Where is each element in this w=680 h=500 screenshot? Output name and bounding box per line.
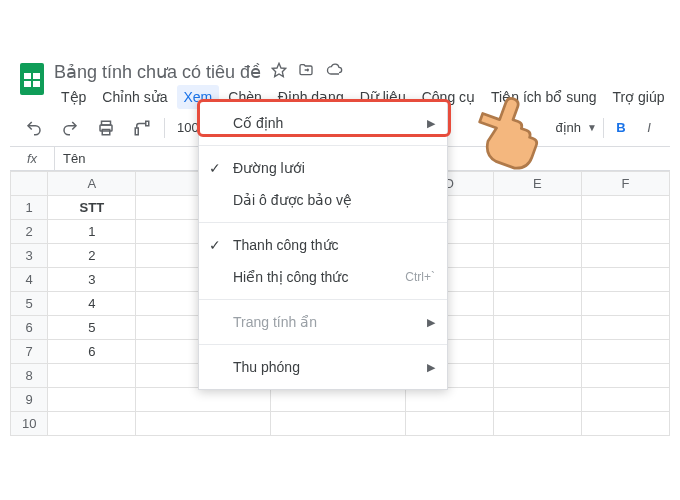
cell[interactable] (405, 412, 493, 436)
cell[interactable] (136, 388, 271, 412)
toolbar-separator (603, 118, 604, 138)
cell[interactable] (581, 388, 669, 412)
sheets-logo-icon (18, 61, 46, 97)
column-header-E[interactable]: E (493, 172, 581, 196)
print-button[interactable] (92, 114, 120, 142)
row-header[interactable]: 4 (11, 268, 48, 292)
pointing-hand-icon (470, 85, 560, 175)
cell[interactable] (493, 316, 581, 340)
cell[interactable] (581, 196, 669, 220)
cell[interactable] (493, 292, 581, 316)
row-header[interactable]: 9 (11, 388, 48, 412)
column-header-A[interactable]: A (48, 172, 136, 196)
svg-rect-8 (135, 128, 138, 135)
check-icon: ✓ (209, 160, 221, 176)
toolbar-separator (164, 118, 165, 138)
menu-shortcut: Ctrl+` (405, 270, 435, 284)
cell[interactable] (48, 412, 136, 436)
cell[interactable]: 5 (48, 316, 136, 340)
cell[interactable] (581, 292, 669, 316)
cell[interactable] (581, 244, 669, 268)
menu-item-label: Cố định (233, 115, 283, 131)
menu-help[interactable]: Trợ giúp (606, 85, 672, 109)
paint-format-button[interactable] (128, 114, 156, 142)
cell[interactable]: 1 (48, 220, 136, 244)
cell[interactable] (493, 364, 581, 388)
menu-item-label: Đường lưới (233, 160, 305, 176)
menu-separator (199, 222, 447, 223)
menu-item-label: Thu phóng (233, 359, 300, 375)
cell[interactable] (581, 340, 669, 364)
menu-file[interactable]: Tệp (54, 85, 93, 109)
cell[interactable] (581, 220, 669, 244)
cell[interactable] (493, 220, 581, 244)
dropdown-caret-icon[interactable]: ▼ (587, 122, 597, 133)
redo-button[interactable] (56, 114, 84, 142)
cell[interactable] (48, 388, 136, 412)
cell[interactable] (493, 412, 581, 436)
row-header[interactable]: 3 (11, 244, 48, 268)
formula-input[interactable]: Tên (55, 151, 85, 166)
menu-item[interactable]: Thu phóng▶ (199, 351, 447, 383)
cell[interactable]: 4 (48, 292, 136, 316)
menu-item[interactable]: Dải ô được bảo vệ (199, 184, 447, 216)
select-all-corner[interactable] (11, 172, 48, 196)
cell[interactable] (581, 316, 669, 340)
menu-item[interactable]: ✓Đường lưới (199, 152, 447, 184)
menu-item[interactable]: Hiển thị công thứcCtrl+` (199, 261, 447, 293)
check-icon: ✓ (209, 237, 221, 253)
cell[interactable] (493, 196, 581, 220)
view-menu-dropdown: Cố định▶✓Đường lướiDải ô được bảo vệ✓Tha… (198, 100, 448, 390)
menu-item[interactable]: Cố định▶ (199, 107, 447, 139)
cell[interactable] (493, 340, 581, 364)
cell[interactable] (493, 268, 581, 292)
undo-button[interactable] (20, 114, 48, 142)
cell[interactable] (271, 388, 406, 412)
menu-separator (199, 344, 447, 345)
cell[interactable] (48, 364, 136, 388)
submenu-arrow-icon: ▶ (427, 316, 435, 329)
italic-button[interactable]: I (638, 120, 660, 135)
cell[interactable] (493, 388, 581, 412)
menu-item[interactable]: ✓Thanh công thức (199, 229, 447, 261)
submenu-arrow-icon: ▶ (427, 117, 435, 130)
cloud-status-icon[interactable] (325, 62, 345, 82)
menu-item-label: Hiển thị công thức (233, 269, 348, 285)
cell[interactable] (271, 412, 406, 436)
cell[interactable] (581, 364, 669, 388)
move-folder-icon[interactable] (297, 62, 315, 82)
row-header[interactable]: 8 (11, 364, 48, 388)
svg-marker-4 (272, 63, 285, 76)
row-header[interactable]: 5 (11, 292, 48, 316)
cell[interactable] (581, 268, 669, 292)
submenu-arrow-icon: ▶ (427, 361, 435, 374)
menu-item-label: Dải ô được bảo vệ (233, 192, 352, 208)
cell[interactable]: 3 (48, 268, 136, 292)
menu-item: Trang tính ẩn▶ (199, 306, 447, 338)
row-header[interactable]: 1 (11, 196, 48, 220)
cell[interactable] (581, 412, 669, 436)
cell[interactable] (405, 388, 493, 412)
bold-button[interactable]: B (610, 120, 632, 135)
cell[interactable]: STT (48, 196, 136, 220)
cell[interactable]: 6 (48, 340, 136, 364)
star-icon[interactable] (271, 62, 287, 82)
menu-separator (199, 145, 447, 146)
row-header[interactable]: 2 (11, 220, 48, 244)
menu-separator (199, 299, 447, 300)
row-header[interactable]: 6 (11, 316, 48, 340)
cell[interactable] (136, 412, 271, 436)
row-header[interactable]: 7 (11, 340, 48, 364)
cell[interactable] (493, 244, 581, 268)
column-header-F[interactable]: F (581, 172, 669, 196)
menu-edit[interactable]: Chỉnh sửa (95, 85, 174, 109)
menu-item-label: Thanh công thức (233, 237, 339, 253)
menu-item-label: Trang tính ẩn (233, 314, 317, 330)
cell[interactable]: 2 (48, 244, 136, 268)
document-title[interactable]: Bảng tính chưa có tiêu đề (54, 61, 261, 83)
row-header[interactable]: 10 (11, 412, 48, 436)
fx-label[interactable]: fx (10, 147, 55, 170)
